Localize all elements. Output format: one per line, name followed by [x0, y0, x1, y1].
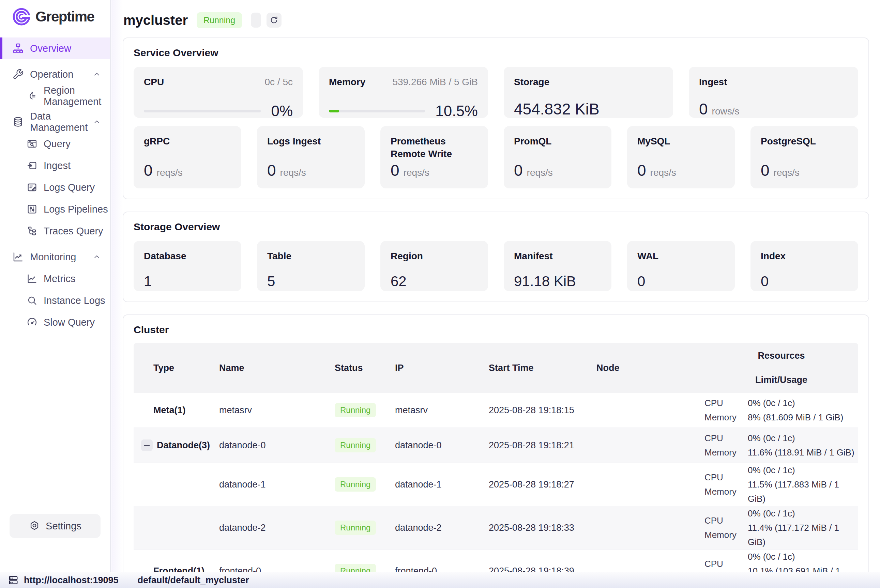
page-header: mycluster Running	[123, 10, 869, 30]
memory-card: Memory 539.266 MiB / 5 GiB 10.5%	[319, 67, 488, 118]
search-icon	[27, 295, 38, 306]
wal-card: WAL 0	[627, 241, 735, 291]
sidebar-item-label: Traces Query	[44, 225, 103, 237]
col-start-time: Start Time	[489, 363, 596, 374]
region-card: Region 62	[380, 241, 488, 291]
row-resource-values: 0% (0c / 1c) 8% (81.609 MiB / 1 GiB)	[748, 396, 858, 424]
ingest-value: 0	[699, 100, 708, 118]
cluster-panel: Cluster Type Name Status IP Start Time N…	[123, 315, 869, 588]
sidebar-item-query[interactable]: Query	[0, 133, 110, 154]
brand-name: Greptime	[35, 9, 94, 25]
memory-label: Memory	[329, 76, 365, 88]
grpc-card: gRPC 0 reqs/s	[134, 126, 241, 188]
row-type: Datanode(3)	[134, 440, 219, 451]
service-overview-panel: Service Overview CPU 0c / 5c 0% Memory 5…	[123, 38, 869, 199]
service-metric-cards: CPU 0c / 5c 0% Memory 539.266 MiB / 5 Gi…	[134, 67, 858, 118]
cpu-card: CPU 0c / 5c 0%	[134, 67, 303, 118]
collapse-toggle-button[interactable]	[141, 440, 153, 451]
row-name: datanode-0	[219, 440, 335, 451]
storage-overview-panel: Storage Overview Database 1 Table 5 Regi…	[123, 212, 869, 302]
col-ip: IP	[395, 363, 489, 374]
cluster-title: Cluster	[134, 324, 858, 336]
query-window-icon	[27, 138, 38, 149]
row-resource-labels: CPU Memory	[704, 431, 748, 460]
row-name: datanode-2	[219, 523, 335, 533]
row-name: metasrv	[219, 405, 335, 416]
memory-percent: 10.5%	[435, 102, 478, 120]
storage-value: 454.832 KiB	[514, 100, 663, 118]
settings-button[interactable]: Settings	[9, 514, 101, 538]
brand-logo: Greptime	[12, 7, 110, 27]
table-value: 5	[267, 273, 354, 290]
sidebar-item-traces-query[interactable]: Traces Query	[0, 220, 110, 242]
col-type: Type	[134, 363, 219, 374]
gauge-icon	[27, 317, 38, 328]
index-card: Index 0	[751, 241, 858, 291]
sidebar-item-region-management[interactable]: Region Management	[0, 85, 110, 107]
prometheus-label: Prometheus Remote Write	[390, 135, 478, 160]
ingest-unit: rows/s	[712, 106, 740, 117]
line-chart-icon	[12, 251, 24, 262]
sidebar-item-logs-pipelines[interactable]: Logs Pipelines	[0, 198, 110, 220]
service-overview-title: Service Overview	[134, 47, 858, 58]
sidebar-item-metrics[interactable]: Metrics	[0, 268, 110, 290]
sidebar-item-monitoring[interactable]: Monitoring	[0, 246, 110, 268]
sidebar-item-label: Logs Query	[44, 182, 95, 193]
database-icon	[12, 116, 24, 128]
row-type: Meta(1)	[134, 405, 219, 416]
server-icon	[8, 575, 18, 585]
sidebar-item-data-management[interactable]: Data Management	[0, 111, 110, 133]
row-ip: metasrv	[395, 405, 489, 416]
sidebar-item-label: Query	[44, 138, 71, 150]
row-status-badge: Running	[335, 438, 376, 452]
limit-usage-header: Limit/Usage	[704, 375, 858, 385]
region-value: 62	[390, 273, 478, 290]
refresh-button[interactable]	[267, 13, 282, 28]
grpc-label: gRPC	[144, 135, 231, 147]
row-start-time: 2025-08-28 19:18:33	[489, 523, 596, 533]
grpc-unit: reqs/s	[157, 167, 183, 178]
sidebar-item-instance-logs[interactable]: Instance Logs	[0, 290, 110, 311]
manifest-value: 91.18 KiB	[514, 273, 601, 290]
sidebar-item-label: Metrics	[44, 273, 75, 285]
cluster-action-button[interactable]	[251, 13, 261, 28]
col-resources: Resources Limit/Usage	[704, 351, 858, 385]
row-ip: datanode-0	[395, 440, 489, 451]
col-name: Name	[219, 363, 335, 374]
sidebar-item-label: Logs Pipelines	[44, 204, 108, 215]
mysql-label: MySQL	[637, 135, 725, 147]
traces-tree-icon	[27, 225, 38, 236]
logs-ingest-unit: reqs/s	[280, 167, 306, 178]
sidebar-item-label: Ingest	[44, 160, 71, 171]
cpu-limit: 0c / 5c	[265, 76, 293, 87]
sidebar-item-label: Monitoring	[30, 251, 76, 262]
prometheus-remote-write-card: Prometheus Remote Write 0 reqs/s	[380, 126, 488, 188]
logs-ingest-label: Logs Ingest	[267, 135, 354, 147]
sidebar-item-logs-query[interactable]: Logs Query	[0, 177, 110, 198]
row-ip: datanode-1	[395, 479, 489, 490]
promql-unit: reqs/s	[527, 167, 553, 178]
ingest-label: Ingest	[699, 76, 727, 87]
memory-progress-fill	[329, 110, 339, 112]
greptime-spiral-logo-icon	[12, 7, 32, 27]
postgresql-card: PostgreSQL 0 reqs/s	[751, 126, 858, 188]
settings-label: Settings	[46, 520, 81, 532]
sidebar-item-slow-query[interactable]: Slow Query	[0, 311, 110, 333]
promql-card: PromQL 0 reqs/s	[504, 126, 611, 188]
server-url: http://localhost:19095	[24, 575, 119, 586]
sidebar-item-overview[interactable]: Overview	[0, 38, 110, 59]
cpu-percent: 0%	[271, 102, 293, 120]
sidebar-item-ingest[interactable]: Ingest	[0, 154, 110, 177]
sidebar-item-label: Slow Query	[44, 317, 95, 328]
resources-header: Resources	[704, 351, 858, 361]
sidebar-item-operation[interactable]: Operation	[0, 63, 110, 85]
cpu-progress-bar	[144, 110, 261, 112]
page-title: mycluster	[123, 13, 188, 28]
prometheus-value: 0	[390, 161, 399, 180]
row-name: datanode-1	[219, 479, 335, 490]
row-start-time: 2025-08-28 19:18:15	[489, 405, 596, 416]
row-resource-labels: CPU Memory	[704, 396, 748, 424]
wrench-icon	[12, 69, 24, 80]
storage-cards: Database 1 Table 5 Region 62 Manifest 91…	[134, 241, 858, 291]
memory-progress-bar	[329, 110, 425, 112]
